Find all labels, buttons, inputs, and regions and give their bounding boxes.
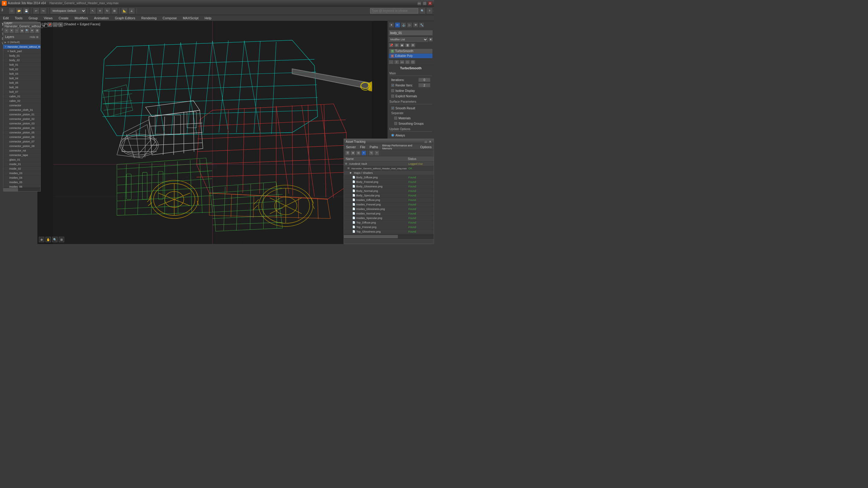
- menu-tools[interactable]: Tools: [13, 16, 24, 21]
- insides-fresnel-row[interactable]: 📄 Insides_Fresnel.png Found: [344, 202, 434, 207]
- menu-group[interactable]: Group: [27, 16, 40, 21]
- layer-harvester[interactable]: ▼ Harvester_Generic_without_Header: [3, 44, 40, 49]
- asset-panel-minimize[interactable]: —: [424, 140, 428, 143]
- move-btn[interactable]: ✛: [97, 7, 103, 14]
- layer-conn-piston-04[interactable]: connector_piston_04: [3, 126, 40, 130]
- asset-tree-view-btn[interactable]: ⊟: [356, 151, 361, 156]
- search-input[interactable]: [370, 8, 418, 13]
- layer-tree[interactable]: ▶ 0 (default) ▼ Harvester_Generic_withou…: [3, 40, 40, 188]
- show-end-result-btn[interactable]: ⊙: [394, 43, 399, 47]
- layer-back-part[interactable]: ▼ back_part: [3, 49, 40, 54]
- layer-insides-04[interactable]: insides_04: [3, 175, 40, 180]
- layer-conn-piston-08[interactable]: connector_piston_08: [3, 144, 40, 149]
- layer-settings-btn[interactable]: ⚙: [35, 28, 39, 33]
- menu-graph-editors[interactable]: Graph Editors: [113, 16, 137, 21]
- layer-inside-01[interactable]: inside_01: [3, 162, 40, 167]
- iterations-input[interactable]: [418, 78, 430, 82]
- asset-detail-view-btn[interactable]: ≡: [361, 151, 366, 156]
- menu-edit[interactable]: Edit: [1, 16, 10, 21]
- menu-rendering[interactable]: Rendering: [140, 16, 158, 21]
- layer-bolt-01[interactable]: bolt_01: [3, 63, 40, 67]
- file-row[interactable]: ⊟ Harvester_Generic_without_Header_max_v…: [344, 166, 434, 171]
- asset-tree[interactable]: ⊟ Autodesk Vault Logged Out ⊟ Harvester_…: [344, 162, 434, 235]
- menu-maxscript[interactable]: MAXScript: [181, 16, 200, 21]
- smooth-result-checkbox[interactable]: [391, 107, 394, 110]
- editable-poly-modifier[interactable]: E Editable Poly: [389, 54, 433, 59]
- maximize-btn[interactable]: □: [423, 1, 427, 5]
- maps-row[interactable]: ▶ Maps / Shaders: [344, 171, 434, 175]
- layer-bolt-03[interactable]: bolt_03: [3, 72, 40, 76]
- create-icon-btn[interactable]: ✦: [389, 22, 394, 28]
- asset-refresh-btn[interactable]: ↻: [369, 151, 374, 156]
- workspace-dropdown[interactable]: Workspace: Default: [50, 7, 86, 14]
- explicit-checkbox[interactable]: [391, 95, 394, 98]
- select-btn[interactable]: ↖: [90, 7, 96, 14]
- menu-help[interactable]: Help: [203, 16, 213, 21]
- layers-hide-btn[interactable]: Hide: [30, 36, 35, 38]
- asset-list-view-btn[interactable]: ☰: [345, 151, 350, 156]
- layer-dialog-minimize[interactable]: —: [53, 22, 58, 27]
- minimize-btn[interactable]: —: [417, 1, 421, 5]
- pin-stack-btn[interactable]: 📌: [389, 43, 394, 47]
- layer-select-btn[interactable]: ◈: [20, 28, 24, 33]
- layer-conn-piston-06[interactable]: connector_piston_06: [3, 135, 40, 139]
- viewport[interactable]: [+] [Perspective] [Shaded + Edged Faces]: [38, 21, 387, 244]
- turbosmooth-modifier[interactable]: T TurboSmooth: [389, 49, 433, 54]
- search-btn[interactable]: 🔍: [419, 7, 426, 14]
- border-sub-btn[interactable]: ▭: [400, 60, 404, 64]
- menu-compose[interactable]: Compose: [161, 16, 179, 21]
- save-btn[interactable]: 💾: [23, 7, 30, 14]
- menu-create[interactable]: Create: [57, 16, 70, 21]
- nav-zoom-extents-btn[interactable]: ⊞: [59, 237, 64, 242]
- menu-animation[interactable]: Animation: [92, 16, 111, 21]
- render-iters-checkbox[interactable]: [391, 84, 394, 87]
- asset-menu-file[interactable]: File: [359, 145, 366, 149]
- motion-icon-btn[interactable]: ▷: [407, 22, 412, 28]
- layer-bolt-07[interactable]: bolt_07: [3, 90, 40, 94]
- modify-icon-btn[interactable]: ✏: [395, 22, 400, 28]
- body-specular-row[interactable]: 📄 Body_Specular.png Found: [344, 193, 434, 198]
- vault-row[interactable]: ⊟ Autodesk Vault Logged Out: [344, 162, 434, 166]
- asset-menu-bitmap[interactable]: Bitmap Performance and Memory: [381, 144, 417, 150]
- layer-conn-rot[interactable]: connector_rot: [3, 149, 40, 153]
- body-diffuse-row[interactable]: 📄 Body_Diffuse.png Found: [344, 175, 434, 180]
- layer-insides-03[interactable]: insides_03: [3, 171, 40, 175]
- edge-sub-btn[interactable]: /: [394, 60, 399, 64]
- modifier-options-btn[interactable]: ▼: [429, 37, 433, 41]
- layer-default[interactable]: ▶ 0 (default): [3, 40, 40, 44]
- angle-snap-btn[interactable]: ∠: [128, 7, 135, 14]
- layer-conn-piston-07[interactable]: connector_piston_07: [3, 139, 40, 144]
- layer-dialog-pin[interactable]: 📌: [47, 22, 52, 27]
- layer-add-btn[interactable]: →: [14, 28, 19, 33]
- insides-specular-row[interactable]: 📄 Insides_Specular.png Found: [344, 216, 434, 221]
- layer-bolt-04[interactable]: bolt_04: [3, 76, 40, 81]
- layer-scrollbar[interactable]: [3, 188, 40, 191]
- layer-conn-piston-03[interactable]: connector_piston_03: [3, 121, 40, 126]
- insides-diffuse-row[interactable]: 📄 Insides_Diffuse.png Found: [344, 198, 434, 202]
- make-unique-btn[interactable]: ◉: [400, 43, 404, 47]
- layer-cabin-02[interactable]: cabin_02: [3, 99, 40, 103]
- undo-btn[interactable]: ↩: [33, 7, 39, 14]
- open-btn[interactable]: 📂: [16, 7, 22, 14]
- rotate-btn[interactable]: ↻: [104, 7, 111, 14]
- top-diffuse-row[interactable]: 📄 Top_Diffuse.png Found: [344, 221, 434, 225]
- layer-connector[interactable]: connector: [3, 103, 40, 108]
- layer-body-01[interactable]: body_01: [3, 54, 40, 58]
- redo-btn[interactable]: ↪: [40, 7, 47, 14]
- smoothing-groups-checkbox[interactable]: [394, 122, 397, 125]
- layer-bolt-05[interactable]: bolt_05: [3, 81, 40, 85]
- asset-menu-server[interactable]: Server: [345, 145, 356, 149]
- top-fresnel-row[interactable]: 📄 Top_Fresnel.png Found: [344, 225, 434, 230]
- modifier-list-dropdown[interactable]: Modifier List: [389, 37, 428, 42]
- layer-conn-piston-02[interactable]: connector_piston_02: [3, 117, 40, 121]
- help-btn[interactable]: ?: [426, 7, 433, 14]
- menu-views[interactable]: Views: [42, 16, 54, 21]
- isoline-checkbox[interactable]: [391, 89, 394, 92]
- menu-modifiers[interactable]: Modifiers: [73, 16, 90, 21]
- new-btn[interactable]: □: [8, 7, 15, 14]
- nav-pan-btn[interactable]: ✋: [45, 237, 51, 242]
- materials-checkbox[interactable]: [394, 117, 397, 120]
- display-icon-btn[interactable]: 👁: [413, 22, 418, 28]
- always-radio[interactable]: [391, 134, 394, 137]
- asset-horizontal-scrollbar[interactable]: [344, 235, 434, 238]
